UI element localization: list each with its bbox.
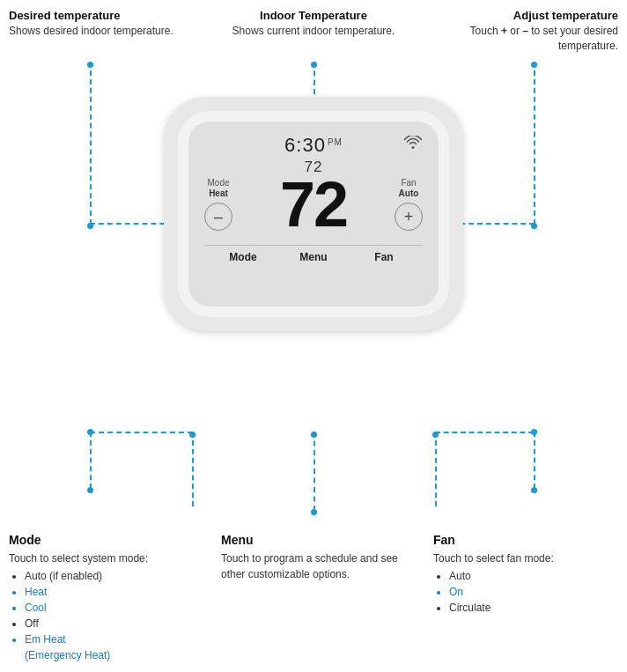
main-controls-row: Mode Heat – 72 Fan Auto xyxy=(204,173,423,236)
plus-icon: + xyxy=(404,208,414,226)
mode-item-cool: Cool xyxy=(25,600,194,616)
connector-h-fan-bottom xyxy=(435,432,534,433)
fan-label: Fan xyxy=(399,178,419,188)
thermostat-inner-shell: 6:30 PM xyxy=(178,111,449,317)
fan-bottom-button[interactable]: Fan xyxy=(349,251,419,263)
adjust-temp-title: Adjust temperature xyxy=(424,9,618,22)
svg-point-0 xyxy=(412,146,415,149)
mode-bottom-button[interactable]: Mode xyxy=(208,251,278,263)
fan-item-auto: Auto xyxy=(449,568,618,584)
mode-item-auto: Auto (if enabled) xyxy=(25,568,194,584)
mode-annotation-title: Mode xyxy=(9,533,194,547)
connector-dot-mode-bottom xyxy=(87,487,93,493)
thermostat-screen: 6:30 PM xyxy=(188,122,439,306)
connector-line-adjust xyxy=(534,62,535,225)
fan-item-circulate: Circulate xyxy=(449,600,618,616)
connector-line-mode-down xyxy=(90,432,92,489)
thermostat-outer-shell: 6:30 PM xyxy=(164,97,463,331)
bottom-annotations: Mode Touch to select system mode: Auto (… xyxy=(0,533,627,663)
mode-label-area: Mode Heat xyxy=(207,178,229,199)
fan-annotation: Fan Touch to select fan mode: Auto On Ci… xyxy=(433,533,618,663)
desired-temp-desc: Shows desired indoor temperature. xyxy=(9,24,203,39)
indoor-temp-desc: Shows current indoor temperature. xyxy=(217,24,410,39)
adjust-temp-annotation: Adjust temperature Touch + or – to set y… xyxy=(424,9,618,54)
connector-line-fan-down xyxy=(534,432,535,489)
minus-icon: – xyxy=(214,208,223,226)
mode-item-heat: Heat xyxy=(25,584,194,600)
mode-list: Auto (if enabled) Heat Cool Off Em Heat(… xyxy=(9,568,194,663)
fan-annotation-title: Fan xyxy=(433,533,618,547)
fan-annotation-desc: Touch to select fan mode: Auto On Circul… xyxy=(433,550,618,616)
menu-annotation: Menu Touch to program a schedule and see… xyxy=(221,533,406,663)
mode-item-emheat: Em Heat(Emergency Heat) xyxy=(25,631,194,663)
fan-value: Auto xyxy=(399,188,419,199)
menu-annotation-title: Menu xyxy=(221,533,406,547)
mode-annotation-desc: Touch to select system mode: Auto (if en… xyxy=(9,550,194,663)
connector-line-menu-bottom xyxy=(314,432,315,511)
connector-line-mode-bottom xyxy=(192,432,194,506)
desired-temp-annotation: Desired temperature Shows desired indoor… xyxy=(9,9,203,54)
plus-button[interactable]: + xyxy=(395,203,423,231)
mode-annotation: Mode Touch to select system mode: Auto (… xyxy=(9,533,194,663)
screen-bottom-row: Mode Menu Fan xyxy=(204,245,423,263)
main-temp-display: 72 xyxy=(232,173,395,236)
menu-annotation-desc: Touch to program a schedule and see othe… xyxy=(221,550,406,582)
fan-list: Auto On Circulate xyxy=(433,568,618,616)
menu-bottom-button[interactable]: Menu xyxy=(278,251,349,263)
wifi-icon xyxy=(403,136,423,154)
connector-h-mode-bottom xyxy=(90,432,193,433)
mode-item-off: Off xyxy=(25,616,194,631)
fan-label-area: Fan Auto xyxy=(399,178,419,199)
connector-line-fan-bottom xyxy=(435,432,437,506)
connector-dot-menu-top xyxy=(311,432,317,438)
indoor-temp-annotation: Indoor Temperature Shows current indoor … xyxy=(217,9,410,54)
screen-top-row: 6:30 PM xyxy=(204,134,423,157)
indoor-temp-title: Indoor Temperature xyxy=(217,9,410,22)
time-display: 6:30 PM xyxy=(284,134,343,157)
desired-temp-title: Desired temperature xyxy=(9,9,203,22)
time-ampm: PM xyxy=(328,137,343,147)
left-controls: Mode Heat – xyxy=(204,178,232,231)
right-controls: Fan Auto + xyxy=(395,178,423,231)
connector-line-desired xyxy=(90,62,92,225)
minus-button[interactable]: – xyxy=(204,203,232,231)
mode-label: Mode xyxy=(207,178,229,188)
mode-value: Heat xyxy=(207,188,229,199)
adjust-temp-desc: Touch + or – to set your desired tempera… xyxy=(424,24,618,54)
fan-item-on: On xyxy=(449,584,618,600)
connector-dot-indoor-top xyxy=(311,62,317,68)
connector-dot-adjust-top xyxy=(531,62,537,68)
top-annotations: Desired temperature Shows desired indoor… xyxy=(0,0,627,54)
time-value: 6:30 xyxy=(284,134,326,157)
connector-dot-fan-bottom xyxy=(531,487,537,493)
connector-dot-menu-bottom xyxy=(311,509,317,515)
connector-dot-desired-top xyxy=(87,62,93,68)
thermostat-device: 6:30 PM xyxy=(164,97,463,331)
